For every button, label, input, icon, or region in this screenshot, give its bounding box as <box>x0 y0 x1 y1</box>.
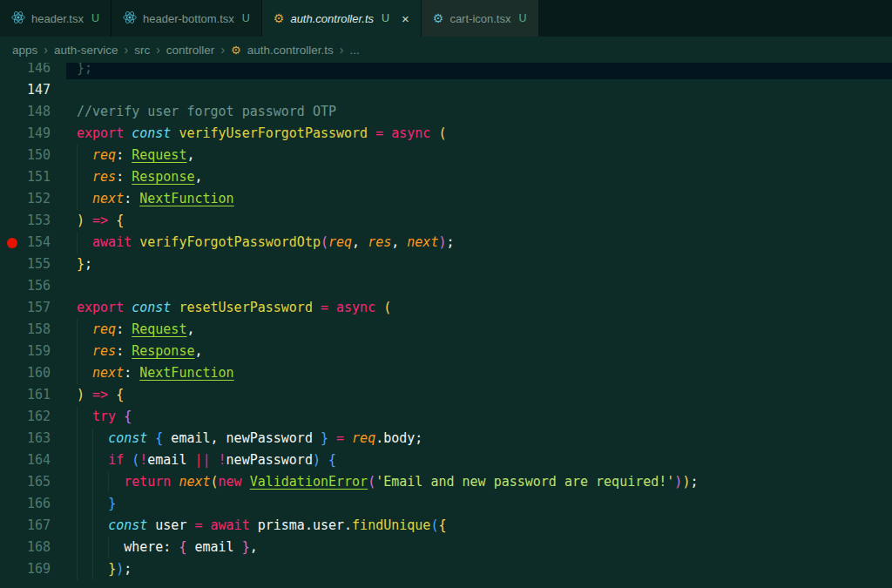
code-token: const <box>132 125 171 141</box>
code-token: resetUserPassword <box>179 300 313 315</box>
code-line[interactable]: 149export const verifyUserForgotPassword… <box>0 123 892 145</box>
code-line[interactable]: 159 res: Response, <box>0 341 892 362</box>
tab-auth-controller[interactable]: ⚙ auth.controller.ts U × <box>262 0 422 37</box>
code-token: Request <box>132 147 186 163</box>
code-token <box>124 125 132 141</box>
line-number[interactable]: 167 <box>0 515 51 537</box>
line-number[interactable]: 153 <box>0 210 51 232</box>
code-token: { <box>328 452 336 468</box>
line-number[interactable]: 169 <box>0 558 51 580</box>
breadcrumb-item[interactable]: auth-service <box>54 44 118 57</box>
code-token: = <box>375 125 383 141</box>
code-token: req <box>328 234 352 250</box>
code-token: ( <box>211 474 219 490</box>
breadcrumb-item[interactable]: controller <box>166 44 215 57</box>
code-line[interactable]: 158 req: Request, <box>0 319 892 341</box>
code-line[interactable]: 164 if (!email || !newPassword) { <box>0 449 892 471</box>
tab-header[interactable]: header.tsx U <box>0 0 112 37</box>
line-number[interactable]: 151 <box>0 166 51 188</box>
git-status-badge: U <box>242 12 250 24</box>
code-line[interactable]: 157export const resetUserPassword = asyn… <box>0 297 892 319</box>
line-number[interactable]: 150 <box>0 145 51 166</box>
code-text: ) => { <box>77 210 124 232</box>
code-line[interactable]: 148//verify user forgot password OTP <box>0 101 892 123</box>
code-token: await <box>92 234 132 250</box>
code-line[interactable]: 161) => { <box>0 384 892 406</box>
line-number[interactable]: 161 <box>0 384 51 406</box>
code-token: : <box>116 147 124 163</box>
code-token: { <box>438 517 446 533</box>
line-number[interactable]: 149 <box>0 123 51 145</box>
line-number[interactable]: 146 <box>0 63 51 79</box>
line-number[interactable]: 156 <box>0 275 51 297</box>
selection-band <box>66 63 892 79</box>
code-line[interactable]: 162 try { <box>0 406 892 428</box>
code-line[interactable]: 153) => { <box>0 210 892 232</box>
breadcrumb-item[interactable]: apps <box>12 44 37 57</box>
breadcrumb-item[interactable]: src <box>134 44 150 57</box>
code-line[interactable]: 156 <box>0 275 892 297</box>
code-text: return next(new ValidationError('Email a… <box>77 471 698 493</box>
line-number[interactable]: 160 <box>0 362 51 384</box>
line-number[interactable]: 166 <box>0 493 51 515</box>
code-token: async <box>336 300 375 315</box>
code-text: req: Request, <box>77 319 194 341</box>
line-number[interactable]: 164 <box>0 449 51 471</box>
code-line[interactable]: 150 req: Request, <box>0 145 892 166</box>
code-token <box>124 147 132 163</box>
line-number[interactable]: 162 <box>0 406 51 428</box>
code-line[interactable]: 155}; <box>0 253 892 275</box>
code-line[interactable]: 167 const user = await prisma.user.findU… <box>0 515 892 537</box>
code-line[interactable]: 166 } <box>0 493 892 515</box>
line-number[interactable]: 155 <box>0 253 51 275</box>
code-token: => <box>92 213 108 228</box>
code-token: next <box>92 365 124 381</box>
code-token <box>77 234 92 250</box>
code-line[interactable]: 160 next: NextFunction <box>0 362 892 384</box>
code-token <box>313 300 321 315</box>
code-token: => <box>92 387 108 402</box>
code-token: verifyForgotPasswordOtp <box>139 234 321 250</box>
code-token: : <box>124 191 132 206</box>
code-token: } <box>242 539 250 555</box>
close-icon[interactable]: × <box>402 12 409 25</box>
code-token: export <box>77 300 124 315</box>
code-token: ) <box>77 213 84 228</box>
code-token: ) <box>313 452 321 468</box>
code-token <box>147 517 155 533</box>
line-number[interactable]: 147 <box>0 79 51 101</box>
line-number[interactable]: 152 <box>0 188 51 210</box>
code-token: findUnique <box>352 517 430 533</box>
line-number[interactable]: 165 <box>0 471 51 493</box>
line-number[interactable]: 168 <box>0 537 51 558</box>
line-number[interactable]: 158 <box>0 319 51 341</box>
code-line[interactable]: 154 await verifyForgotPasswordOtp(req, r… <box>0 232 892 253</box>
code-token: , <box>194 343 202 359</box>
tab-cart-icon[interactable]: ⚙ cart-icon.tsx U <box>422 0 539 37</box>
code-token <box>242 474 250 490</box>
line-number[interactable]: 163 <box>0 428 51 449</box>
code-editor[interactable]: 146};147148//verify user forgot password… <box>0 63 892 588</box>
code-token: ; <box>690 474 698 490</box>
code-token: } <box>108 561 116 577</box>
breadcrumb-item[interactable]: ... <box>349 44 359 57</box>
code-token: , <box>186 321 194 337</box>
code-line[interactable]: 169 }); <box>0 558 892 580</box>
code-token: ! <box>139 452 147 468</box>
code-line[interactable]: 146}; <box>0 63 892 79</box>
code-line[interactable]: 163 const { email, newPassword } = req.b… <box>0 428 892 449</box>
line-number[interactable]: 148 <box>0 101 51 123</box>
code-line[interactable]: 152 next: NextFunction <box>0 188 892 210</box>
tab-header-bottom[interactable]: header-bottom.tsx U <box>112 0 262 37</box>
code-line[interactable]: 151 res: Response, <box>0 166 892 188</box>
code-line[interactable]: 168 where: { email }, <box>0 537 892 558</box>
code-token: ValidationError <box>250 474 368 490</box>
line-number[interactable]: 159 <box>0 341 51 362</box>
code-token <box>375 300 383 315</box>
line-number[interactable]: 157 <box>0 297 51 319</box>
breadcrumb-item[interactable]: auth.controller.ts <box>247 44 334 57</box>
code-line[interactable]: 147 <box>0 79 892 101</box>
breakpoint-icon[interactable] <box>7 238 17 248</box>
code-token: } <box>108 496 116 511</box>
code-line[interactable]: 165 return next(new ValidationError('Ema… <box>0 471 892 493</box>
